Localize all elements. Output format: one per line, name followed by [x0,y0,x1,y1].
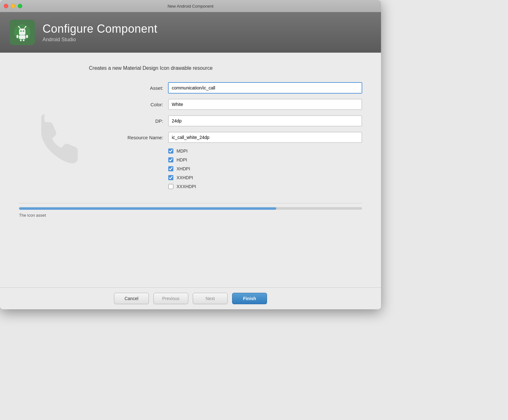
mdpi-label: MDPI [177,148,188,154]
progress-area: The icon asset [19,203,362,218]
description-text: Creates a new Material Design Icon drawa… [89,65,362,71]
page-title: Configure Component [43,22,157,36]
resource-name-input[interactable] [168,132,362,143]
page-subtitle: Android Studio [43,37,157,43]
dp-input[interactable] [168,115,362,126]
dp-row: DP: [114,115,362,126]
color-label: Color: [114,102,168,107]
svg-point-5 [20,30,22,32]
mdpi-checkbox[interactable] [168,148,173,154]
svg-rect-9 [26,35,28,38]
asset-label: Asset: [114,85,168,91]
svg-point-6 [23,30,24,32]
main-content: Creates a new Material Design Icon drawa… [0,53,381,287]
next-button[interactable]: Next [193,293,228,304]
svg-point-2 [18,26,19,27]
svg-point-4 [25,26,26,27]
xxxhdpi-checkbox[interactable] [168,184,173,189]
maximize-button[interactable] [18,4,22,8]
form-area: Asset: Color: DP: Resource Name: [19,82,362,197]
cancel-button[interactable]: Cancel [114,293,149,304]
color-row: Color: [114,99,362,110]
xxhdpi-label: XXHDPI [177,175,193,180]
finish-button[interactable]: Finish [232,293,267,304]
status-text: The icon asset [19,213,362,218]
xhdpi-label: XHDPI [177,166,190,171]
minimize-button[interactable] [11,4,15,8]
checkboxes-section: MDPI HDPI XHDPI XXHDPI XXXHDPI [168,148,362,189]
traffic-lights [4,4,22,8]
window-title: New Android Component [168,4,214,9]
xhdpi-row: XHDPI [168,166,362,171]
resource-name-label: Resource Name: [114,135,168,140]
resource-name-row: Resource Name: [114,132,362,143]
hdpi-checkbox[interactable] [168,157,173,162]
svg-rect-8 [17,35,18,38]
form-fields: Asset: Color: DP: Resource Name: [114,82,362,193]
phone-preview [19,82,102,197]
progress-bar-fill [19,207,276,210]
header: Configure Component Android Studio [0,12,381,53]
mdpi-row: MDPI [168,148,362,154]
android-logo [10,20,35,45]
dp-label: DP: [114,118,168,124]
xhdpi-checkbox[interactable] [168,166,173,171]
hdpi-row: HDPI [168,157,362,162]
svg-rect-7 [19,35,25,39]
color-input[interactable] [168,99,362,110]
xxxhdpi-row: XXXHDPI [168,184,362,189]
close-button[interactable] [4,4,8,8]
title-bar: New Android Component [0,0,381,12]
header-text: Configure Component Android Studio [43,22,157,43]
asset-input[interactable] [168,82,362,93]
footer: Cancel Previous Next Finish [0,287,381,309]
previous-button[interactable]: Previous [153,293,188,304]
svg-rect-11 [23,39,24,41]
progress-bar-container [19,207,362,210]
xxxhdpi-label: XXXHDPI [177,184,196,189]
xxhdpi-row: XXHDPI [168,175,362,180]
svg-rect-10 [20,39,22,41]
xxhdpi-checkbox[interactable] [168,175,173,180]
asset-row: Asset: [114,82,362,93]
hdpi-label: HDPI [177,157,187,162]
